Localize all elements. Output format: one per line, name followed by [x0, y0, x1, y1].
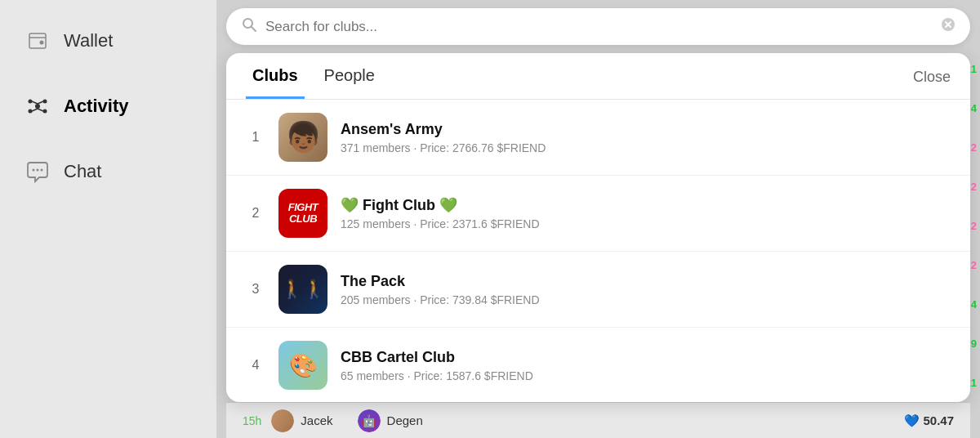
svg-point-12 — [41, 169, 43, 172]
club-rank-2: 2 — [246, 206, 265, 221]
svg-line-9 — [38, 109, 43, 111]
bottom-user1[interactable]: Jacek — [271, 409, 332, 432]
svg-line-8 — [32, 109, 38, 111]
club-avatar-1: 👦🏾 — [278, 113, 327, 162]
chat-icon — [23, 157, 52, 186]
user1-name: Jacek — [301, 413, 332, 427]
club-info-1: Ansem's Army 371 members · Price: 2766.7… — [341, 121, 951, 154]
svg-point-0 — [40, 41, 44, 45]
club-name-4: CBB Cartel Club — [341, 349, 951, 366]
clubs-modal: Clubs People Close 1 👦🏾 Ansem's Army 371… — [226, 53, 970, 402]
svg-point-1 — [35, 104, 40, 109]
svg-point-4 — [29, 110, 33, 114]
user1-avatar — [271, 409, 294, 432]
tab-clubs[interactable]: Clubs — [246, 66, 305, 99]
club-info-3: The Pack 205 members · Price: 739.84 $FR… — [341, 273, 951, 306]
clubs-list: 1 👦🏾 Ansem's Army 371 members · Price: 2… — [226, 100, 970, 400]
svg-line-7 — [38, 101, 43, 104]
club-info-4: CBB Cartel Club 65 members · Price: 1587… — [341, 349, 951, 382]
club-meta-3: 205 members · Price: 739.84 $FRIEND — [341, 293, 951, 306]
sidebar-wallet-label: Wallet — [64, 30, 113, 51]
club-item-3[interactable]: 3 🚶🚶 The Pack 205 members · Price: 739.8… — [226, 252, 970, 328]
sidebar-item-activity[interactable]: Activity — [7, 77, 210, 136]
bottom-time: 15h — [243, 414, 261, 427]
svg-point-10 — [33, 169, 35, 172]
club-rank-3: 3 — [246, 282, 265, 297]
club-item-2[interactable]: 2 FIGHT CLUB 💚 Fight Club 💚 125 members … — [226, 176, 970, 252]
sidebar-item-chat[interactable]: Chat — [7, 142, 210, 201]
club-rank-4: 4 — [246, 358, 265, 373]
club-rank-1: 1 — [246, 130, 265, 145]
club-info-2: 💚 Fight Club 💚 125 members · Price: 2371… — [341, 196, 951, 230]
club-avatar-3: 🚶🚶 — [278, 265, 327, 314]
modal-tabs-header: Clubs People Close — [226, 53, 970, 100]
club-meta-1: 371 members · Price: 2766.76 $FRIEND — [341, 141, 951, 154]
svg-line-6 — [32, 101, 38, 104]
sidebar-item-wallet[interactable]: Wallet — [7, 11, 210, 70]
search-input[interactable] — [265, 19, 941, 35]
user2-avatar: 🤖 — [358, 409, 381, 432]
svg-point-3 — [43, 100, 47, 104]
svg-point-11 — [37, 169, 39, 172]
balance-icon: 💙 — [904, 413, 920, 428]
svg-point-5 — [43, 110, 47, 114]
club-avatar-2: FIGHT CLUB — [278, 189, 327, 238]
search-bar — [226, 8, 970, 45]
bottom-balance: 💙 50.47 — [904, 413, 954, 428]
club-item-4[interactable]: 4 🎨 CBB Cartel Club 65 members · Price: … — [226, 328, 970, 400]
bottom-user2[interactable]: 🤖 Degen — [358, 409, 423, 432]
svg-line-14 — [252, 27, 256, 31]
club-item-1[interactable]: 1 👦🏾 Ansem's Army 371 members · Price: 2… — [226, 100, 970, 176]
user2-name: Degen — [387, 413, 423, 427]
club-name-2: 💚 Fight Club 💚 — [341, 196, 951, 214]
tab-people[interactable]: People — [318, 66, 381, 99]
club-meta-4: 65 members · Price: 1587.6 $FRIEND — [341, 369, 951, 382]
activity-icon — [23, 92, 52, 121]
search-clear-icon[interactable] — [941, 17, 956, 36]
club-avatar-4: 🎨 — [278, 341, 327, 390]
svg-point-2 — [29, 100, 33, 104]
bottom-bar: 15h Jacek 🤖 Degen 💙 50.47 — [226, 402, 970, 438]
sidebar: Wallet Activity — [0, 0, 216, 438]
club-meta-2: 125 members · Price: 2371.6 $FRIEND — [341, 217, 951, 230]
wallet-icon — [23, 26, 52, 56]
balance-value: 50.47 — [923, 413, 954, 427]
club-name-3: The Pack — [341, 273, 951, 290]
close-button[interactable]: Close — [913, 69, 951, 97]
search-icon — [241, 16, 257, 37]
sidebar-chat-label: Chat — [64, 161, 101, 182]
sidebar-activity-label: Activity — [64, 96, 128, 117]
club-name-1: Ansem's Army — [341, 121, 951, 138]
